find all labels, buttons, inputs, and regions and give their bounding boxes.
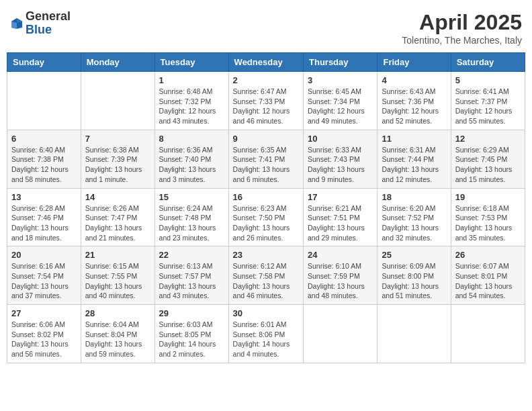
day-info: Sunrise: 6:21 AMSunset: 7:51 PMDaylight:… — [308, 203, 373, 243]
calendar-cell: 23Sunrise: 6:12 AMSunset: 7:58 PMDayligh… — [228, 246, 303, 305]
calendar-cell: 25Sunrise: 6:09 AMSunset: 8:00 PMDayligh… — [378, 246, 451, 305]
day-info: Sunrise: 6:38 AMSunset: 7:39 PMDaylight:… — [85, 145, 150, 185]
day-info: Sunrise: 6:04 AMSunset: 8:04 PMDaylight:… — [85, 320, 150, 359]
day-number: 30 — [233, 308, 299, 318]
day-number: 21 — [85, 250, 150, 260]
day-info: Sunrise: 6:13 AMSunset: 7:57 PMDaylight:… — [159, 261, 224, 301]
calendar-week-row: 1Sunrise: 6:48 AMSunset: 7:32 PMDaylight… — [7, 72, 525, 130]
day-info: Sunrise: 6:36 AMSunset: 7:40 PMDaylight:… — [159, 145, 224, 185]
day-info: Sunrise: 6:26 AMSunset: 7:47 PMDaylight:… — [85, 203, 150, 243]
day-number: 10 — [308, 134, 373, 144]
logo-blue-text: Blue — [26, 24, 71, 37]
day-number: 9 — [233, 134, 299, 144]
calendar-cell: 11Sunrise: 6:31 AMSunset: 7:44 PMDayligh… — [378, 130, 451, 188]
calendar-cell: 22Sunrise: 6:13 AMSunset: 7:57 PMDayligh… — [154, 246, 228, 305]
day-info: Sunrise: 6:40 AMSunset: 7:38 PMDaylight:… — [11, 145, 77, 185]
calendar-cell: 26Sunrise: 6:07 AMSunset: 8:01 PMDayligh… — [451, 246, 525, 305]
day-number: 6 — [11, 134, 77, 144]
calendar-cell — [451, 305, 525, 363]
day-number: 8 — [159, 134, 224, 144]
calendar-cell — [378, 305, 451, 363]
calendar-cell — [81, 72, 154, 130]
calendar-week-row: 6Sunrise: 6:40 AMSunset: 7:38 PMDaylight… — [7, 130, 525, 188]
calendar-cell: 24Sunrise: 6:10 AMSunset: 7:59 PMDayligh… — [304, 246, 378, 305]
calendar-cell: 18Sunrise: 6:20 AMSunset: 7:52 PMDayligh… — [378, 188, 451, 246]
day-number: 12 — [455, 134, 521, 144]
calendar-cell: 12Sunrise: 6:29 AMSunset: 7:45 PMDayligh… — [451, 130, 525, 188]
logo: General Blue — [10, 10, 71, 37]
day-info: Sunrise: 6:03 AMSunset: 8:05 PMDaylight:… — [159, 320, 224, 359]
calendar-cell: 2Sunrise: 6:47 AMSunset: 7:33 PMDaylight… — [228, 72, 303, 130]
calendar-cell: 21Sunrise: 6:15 AMSunset: 7:55 PMDayligh… — [81, 246, 154, 305]
calendar-cell: 17Sunrise: 6:21 AMSunset: 7:51 PMDayligh… — [304, 188, 378, 246]
day-number: 26 — [455, 250, 521, 260]
col-header-thursday: Thursday — [304, 53, 378, 72]
calendar-cell: 19Sunrise: 6:18 AMSunset: 7:53 PMDayligh… — [451, 188, 525, 246]
day-info: Sunrise: 6:06 AMSunset: 8:02 PMDaylight:… — [11, 320, 77, 359]
day-info: Sunrise: 6:23 AMSunset: 7:50 PMDaylight:… — [233, 203, 299, 243]
day-info: Sunrise: 6:41 AMSunset: 7:37 PMDaylight:… — [455, 87, 521, 126]
day-number: 29 — [159, 308, 224, 318]
day-number: 25 — [382, 250, 446, 260]
calendar-cell: 27Sunrise: 6:06 AMSunset: 8:02 PMDayligh… — [7, 305, 81, 363]
col-header-monday: Monday — [81, 53, 154, 72]
calendar-cell: 10Sunrise: 6:33 AMSunset: 7:43 PMDayligh… — [304, 130, 378, 188]
day-info: Sunrise: 6:15 AMSunset: 7:55 PMDaylight:… — [85, 261, 150, 301]
calendar-cell: 14Sunrise: 6:26 AMSunset: 7:47 PMDayligh… — [81, 188, 154, 246]
day-number: 23 — [233, 250, 299, 260]
calendar-week-row: 27Sunrise: 6:06 AMSunset: 8:02 PMDayligh… — [7, 305, 525, 363]
day-number: 14 — [85, 192, 150, 202]
calendar-cell: 3Sunrise: 6:45 AMSunset: 7:34 PMDaylight… — [304, 72, 378, 130]
calendar-cell: 20Sunrise: 6:16 AMSunset: 7:54 PMDayligh… — [7, 246, 81, 305]
day-info: Sunrise: 6:01 AMSunset: 8:06 PMDaylight:… — [233, 320, 299, 359]
calendar-header-row: SundayMondayTuesdayWednesdayThursdayFrid… — [7, 53, 525, 72]
day-info: Sunrise: 6:48 AMSunset: 7:32 PMDaylight:… — [159, 87, 224, 126]
day-info: Sunrise: 6:43 AMSunset: 7:36 PMDaylight:… — [382, 87, 446, 126]
calendar-cell: 1Sunrise: 6:48 AMSunset: 7:32 PMDaylight… — [154, 72, 228, 130]
day-number: 11 — [382, 134, 446, 144]
month-title: April 2025 — [402, 10, 522, 35]
calendar-cell: 4Sunrise: 6:43 AMSunset: 7:36 PMDaylight… — [378, 72, 451, 130]
day-info: Sunrise: 6:24 AMSunset: 7:48 PMDaylight:… — [159, 203, 224, 243]
calendar-cell: 5Sunrise: 6:41 AMSunset: 7:37 PMDaylight… — [451, 72, 525, 130]
calendar-cell: 13Sunrise: 6:28 AMSunset: 7:46 PMDayligh… — [7, 188, 81, 246]
day-number: 16 — [233, 192, 299, 202]
calendar-cell: 8Sunrise: 6:36 AMSunset: 7:40 PMDaylight… — [154, 130, 228, 188]
day-info: Sunrise: 6:12 AMSunset: 7:58 PMDaylight:… — [233, 261, 299, 301]
day-number: 4 — [382, 75, 446, 85]
calendar-cell: 7Sunrise: 6:38 AMSunset: 7:39 PMDaylight… — [81, 130, 154, 188]
calendar-cell: 29Sunrise: 6:03 AMSunset: 8:05 PMDayligh… — [154, 305, 228, 363]
day-number: 24 — [308, 250, 373, 260]
day-number: 22 — [159, 250, 224, 260]
calendar-cell: 16Sunrise: 6:23 AMSunset: 7:50 PMDayligh… — [228, 188, 303, 246]
day-info: Sunrise: 6:28 AMSunset: 7:46 PMDaylight:… — [11, 203, 77, 243]
day-number: 5 — [455, 75, 521, 85]
calendar-week-row: 13Sunrise: 6:28 AMSunset: 7:46 PMDayligh… — [7, 188, 525, 246]
calendar-cell: 28Sunrise: 6:04 AMSunset: 8:04 PMDayligh… — [81, 305, 154, 363]
calendar-cell — [7, 72, 81, 130]
col-header-friday: Friday — [378, 53, 451, 72]
day-info: Sunrise: 6:29 AMSunset: 7:45 PMDaylight:… — [455, 145, 521, 185]
day-info: Sunrise: 6:10 AMSunset: 7:59 PMDaylight:… — [308, 261, 373, 301]
day-number: 17 — [308, 192, 373, 202]
calendar-table: SundayMondayTuesdayWednesdayThursdayFrid… — [7, 52, 525, 363]
title-block: April 2025 Tolentino, The Marches, Italy — [402, 10, 522, 46]
location: Tolentino, The Marches, Italy — [402, 35, 522, 46]
day-info: Sunrise: 6:47 AMSunset: 7:33 PMDaylight:… — [233, 87, 299, 126]
calendar-cell: 9Sunrise: 6:35 AMSunset: 7:41 PMDaylight… — [228, 130, 303, 188]
col-header-saturday: Saturday — [451, 53, 525, 72]
logo-general-text: General — [26, 10, 71, 24]
day-number: 13 — [11, 192, 77, 202]
day-info: Sunrise: 6:07 AMSunset: 8:01 PMDaylight:… — [455, 261, 521, 301]
calendar-cell: 30Sunrise: 6:01 AMSunset: 8:06 PMDayligh… — [228, 305, 303, 363]
day-number: 28 — [85, 308, 150, 318]
day-info: Sunrise: 6:35 AMSunset: 7:41 PMDaylight:… — [233, 145, 299, 185]
day-number: 3 — [308, 75, 373, 85]
day-number: 15 — [159, 192, 224, 202]
col-header-tuesday: Tuesday — [154, 53, 228, 72]
calendar-cell — [304, 305, 378, 363]
day-number: 18 — [382, 192, 446, 202]
calendar-week-row: 20Sunrise: 6:16 AMSunset: 7:54 PMDayligh… — [7, 246, 525, 305]
calendar-cell: 6Sunrise: 6:40 AMSunset: 7:38 PMDaylight… — [7, 130, 81, 188]
day-number: 27 — [11, 308, 77, 318]
